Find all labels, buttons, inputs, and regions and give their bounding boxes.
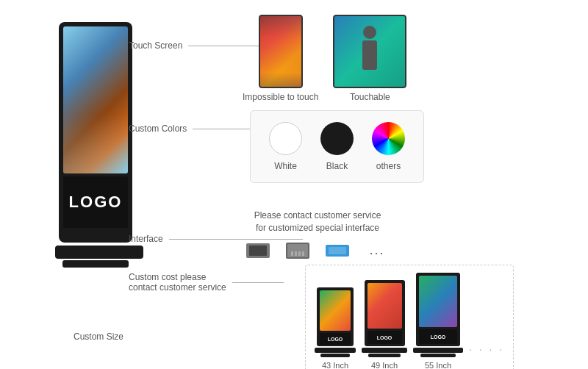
interface-note: Please contact customer service for cust… [243, 209, 392, 234]
mini-kiosk-foot-43 [320, 354, 350, 357]
mini-kiosk-49: LOGO [362, 280, 407, 357]
color-item-others: others [372, 122, 405, 171]
white-circle [269, 122, 302, 155]
size-item-more: · · · · [469, 343, 504, 369]
kiosk-frame: LOGO [59, 22, 132, 243]
size-label-43: 43 Inch [322, 361, 348, 369]
interface-label: Interface [129, 234, 163, 244]
rj45-pin [291, 251, 293, 256]
size-item-43: LOGO 43 Inch [315, 287, 356, 369]
rj45-pins [291, 251, 304, 256]
usb-icon-container [322, 240, 353, 261]
touchable-image [333, 15, 406, 88]
color-item-white: White [269, 122, 302, 171]
mini-logo-49: LOGO [368, 331, 402, 344]
portrait-screen [259, 15, 303, 88]
usb-inner [329, 247, 346, 254]
custom-cost-label-container: Custom cost please contact customer serv… [129, 272, 284, 293]
black-circle [320, 122, 354, 155]
interface-section: Please contact customer service for cust… [243, 209, 392, 261]
more-interfaces-icon: ... [362, 240, 392, 261]
mini-kiosk-43: LOGO [315, 287, 356, 357]
rj45-pin [302, 251, 304, 256]
person-body [362, 40, 377, 70]
mini-kiosk-base-43 [315, 348, 356, 353]
white-label: White [274, 161, 297, 171]
kiosk-foot [62, 260, 129, 268]
size-label-49: 49 Inch [371, 361, 398, 369]
touchable-label: Touchable [350, 92, 390, 102]
person-silhouette [359, 26, 381, 77]
impossible-touch-image [259, 15, 303, 88]
hdmi-icon-container [243, 240, 273, 261]
size-label-55: 55 Inch [425, 361, 451, 369]
custom-colors-label: Custom Colors [129, 123, 187, 134]
mini-logo-43: LOGO [320, 333, 351, 345]
usb-shape [326, 245, 349, 257]
mini-kiosk-55: LOGO [413, 273, 463, 357]
mini-kiosk-screen-55 [419, 276, 457, 327]
impossible-touch-container: Impossible to touch [243, 15, 318, 102]
touch-section: Impossible to touch Touchable [243, 15, 406, 106]
person-touching-screen [333, 15, 406, 88]
others-circle [372, 122, 405, 155]
custom-cost-label: Custom cost please contact customer serv… [129, 272, 226, 293]
sizes-container: LOGO 43 Inch LOGO 49 Inch [305, 265, 514, 369]
custom-size-label-container: Custom Size [74, 331, 123, 342]
mini-kiosk-foot-55 [420, 354, 456, 357]
sizes-section: LOGO 43 Inch LOGO 49 Inch [305, 265, 514, 369]
mini-kiosk-frame-49: LOGO [365, 280, 405, 346]
custom-cost-line [232, 282, 284, 283]
hdmi-inner [249, 246, 267, 256]
touch-images: Impossible to touch Touchable [243, 15, 406, 102]
mini-kiosk-screen-49 [368, 283, 402, 329]
others-label: others [376, 161, 401, 171]
kiosk-screen [63, 26, 128, 173]
mini-kiosk-frame-55: LOGO [416, 273, 460, 346]
more-sizes-dots: · · · · [469, 343, 504, 369]
ethernet-icon-container [282, 240, 313, 261]
person-head [363, 26, 376, 39]
mini-kiosk-foot-49 [368, 354, 401, 357]
black-label: Black [326, 161, 348, 171]
interface-icons: ... [243, 240, 392, 261]
kiosk-logo-area: LOGO [63, 176, 128, 228]
size-item-49: LOGO 49 Inch [362, 280, 407, 369]
kiosk-logo-text: LOGO [69, 193, 123, 212]
mini-logo-55: LOGO [419, 329, 457, 344]
mini-kiosk-base-49 [362, 348, 407, 353]
rj45-shape [286, 243, 309, 259]
colors-box: White Black others [250, 110, 424, 183]
colors-section: White Black others [250, 110, 424, 183]
touch-screen-label: Touch Screen [129, 40, 182, 51]
kiosk-base [55, 246, 143, 259]
custom-size-label: Custom Size [74, 332, 123, 342]
more-dots: ... [369, 243, 384, 258]
touchable-container: Touchable [333, 15, 406, 102]
mini-kiosk-frame-43: LOGO [317, 287, 354, 346]
hdmi-shape [246, 243, 270, 258]
impossible-touch-label: Impossible to touch [243, 92, 318, 102]
size-item-55: LOGO 55 Inch [413, 273, 463, 369]
color-item-black: Black [320, 122, 354, 171]
mini-kiosk-screen-43 [320, 290, 351, 331]
rj45-pin [295, 251, 297, 256]
mini-kiosk-base-55 [413, 348, 463, 353]
rj45-pin [298, 251, 301, 256]
